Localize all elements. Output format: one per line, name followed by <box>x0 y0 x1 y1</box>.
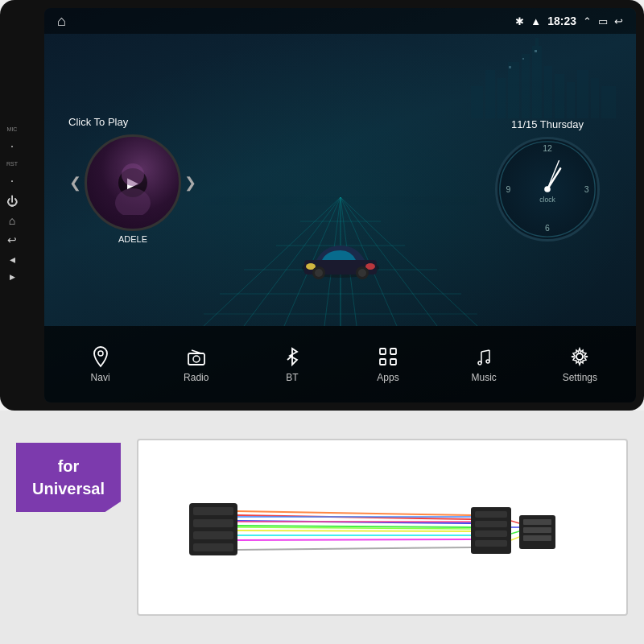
svg-point-38 <box>122 163 144 186</box>
tag-line1: for <box>32 455 105 477</box>
music-click-label: Click To Play <box>68 116 128 128</box>
navi-label: Navi <box>91 372 110 383</box>
wire-harness-area <box>137 439 628 616</box>
prev-arrow[interactable]: ❮ <box>69 174 81 192</box>
rst-button[interactable]: · <box>10 175 14 188</box>
svg-point-61 <box>576 353 583 360</box>
clock-panel: 11/15 Thursday 12 3 6 9 clock <box>459 34 636 326</box>
svg-rect-56 <box>380 359 386 365</box>
navi-icon <box>89 345 112 368</box>
wifi-icon: ▲ <box>530 15 541 27</box>
nav-item-radio[interactable]: Radio <box>168 345 225 383</box>
nav-item-music[interactable]: Music <box>456 345 512 383</box>
home-icon: ⌂ <box>57 13 66 30</box>
svg-text:6: 6 <box>545 224 550 233</box>
main-content: Click To Play ❮ ▶ <box>44 34 636 402</box>
settings-label: Settings <box>563 372 597 383</box>
radio-label: Radio <box>184 372 208 383</box>
svg-point-48 <box>544 186 551 192</box>
svg-rect-87 <box>523 535 551 541</box>
clock-time: 18:23 <box>547 14 576 27</box>
nav-item-bt[interactable]: BT <box>264 345 320 383</box>
svg-rect-66 <box>193 543 233 551</box>
svg-line-90 <box>511 531 519 534</box>
music-disc-wrapper: ❮ ▶ ❯ <box>69 134 196 231</box>
svg-line-74 <box>237 547 471 550</box>
music-label: Music <box>472 372 497 383</box>
svg-rect-63 <box>193 507 233 515</box>
svg-rect-64 <box>193 519 233 527</box>
windows-icon: ▭ <box>598 15 608 27</box>
back-button[interactable]: ↩ <box>7 234 17 246</box>
svg-text:9: 9 <box>506 185 510 194</box>
svg-text:12: 12 <box>543 144 552 153</box>
nav-bar: Navi Radio BT <box>44 326 636 402</box>
clock-disc: 12 3 6 9 clock <box>495 137 600 242</box>
bottom-section: for Universal <box>0 411 644 644</box>
svg-rect-80 <box>475 511 507 518</box>
rst-label: RST <box>6 161 18 167</box>
svg-rect-54 <box>380 349 386 354</box>
svg-line-70 <box>237 530 471 531</box>
nav-item-navi[interactable]: Navi <box>72 345 129 383</box>
bluetooth-icon <box>281 345 303 368</box>
mic-button[interactable]: · <box>10 140 14 153</box>
music-icon <box>473 345 495 368</box>
apps-icon <box>377 345 399 368</box>
apps-label: Apps <box>377 372 398 383</box>
music-panel: Click To Play ❮ ▶ <box>44 34 221 326</box>
date-label: 11/15 Thursday <box>511 118 584 130</box>
car-svg <box>296 237 385 282</box>
volume-down-button[interactable]: ◂ <box>10 254 15 265</box>
svg-rect-81 <box>475 521 507 527</box>
universal-tag: for Universal <box>16 443 121 512</box>
bt-label: BT <box>286 372 298 383</box>
clock-svg: 12 3 6 9 clock <box>497 137 597 242</box>
svg-rect-55 <box>390 349 396 354</box>
svg-rect-85 <box>523 519 551 525</box>
radio-icon <box>185 345 208 368</box>
mic-label: MIC <box>7 126 18 132</box>
svg-rect-50 <box>188 353 204 365</box>
svg-line-60 <box>481 350 489 352</box>
bluetooth-icon: ✱ <box>515 15 524 27</box>
svg-rect-83 <box>475 540 507 547</box>
svg-line-91 <box>511 537 519 540</box>
home-button[interactable]: ⌂ <box>9 215 15 226</box>
settings-icon <box>568 345 591 368</box>
top-display: Click To Play ❮ ▶ <box>44 34 636 326</box>
screen: ⌂ ✱ ▲ 18:23 ⌃ ▭ ↩ <box>44 8 636 402</box>
svg-point-39 <box>115 188 151 215</box>
tag-line2: Universal <box>32 477 105 500</box>
left-button-panel: MIC · RST · ⏻ ⌂ ↩ ◂ ◂ <box>6 126 18 284</box>
svg-rect-82 <box>475 530 507 537</box>
nav-item-apps[interactable]: Apps <box>360 345 416 383</box>
svg-line-75 <box>237 511 471 515</box>
svg-rect-65 <box>193 531 233 539</box>
svg-text:clock: clock <box>539 196 555 204</box>
back-nav-icon: ↩ <box>614 15 623 27</box>
svg-point-49 <box>98 351 103 356</box>
power-button[interactable]: ⏻ <box>6 196 18 207</box>
svg-point-51 <box>193 356 200 362</box>
svg-point-21 <box>358 269 366 277</box>
car-head-unit: MIC · RST · ⏻ ⌂ ↩ ◂ ◂ ⌂ ✱ ▲ 18:23 ⌃ ▭ ↩ <box>0 0 644 411</box>
svg-text:3: 3 <box>584 185 589 194</box>
next-arrow[interactable]: ❯ <box>184 174 196 192</box>
svg-point-19 <box>315 269 323 277</box>
svg-line-73 <box>237 543 471 545</box>
svg-rect-86 <box>523 527 551 533</box>
svg-line-72 <box>237 539 471 540</box>
expand-icon: ⌃ <box>583 15 592 27</box>
status-bar: ⌂ ✱ ▲ 18:23 ⌃ ▭ ↩ <box>44 8 636 34</box>
svg-line-88 <box>511 521 519 523</box>
svg-rect-57 <box>390 359 396 365</box>
wire-harness-svg <box>181 479 584 576</box>
artist-label: ADELE <box>118 234 147 244</box>
nav-item-settings[interactable]: Settings <box>551 345 608 383</box>
volume-up-button[interactable]: ◂ <box>10 273 15 284</box>
music-disc[interactable]: ▶ <box>85 134 181 231</box>
